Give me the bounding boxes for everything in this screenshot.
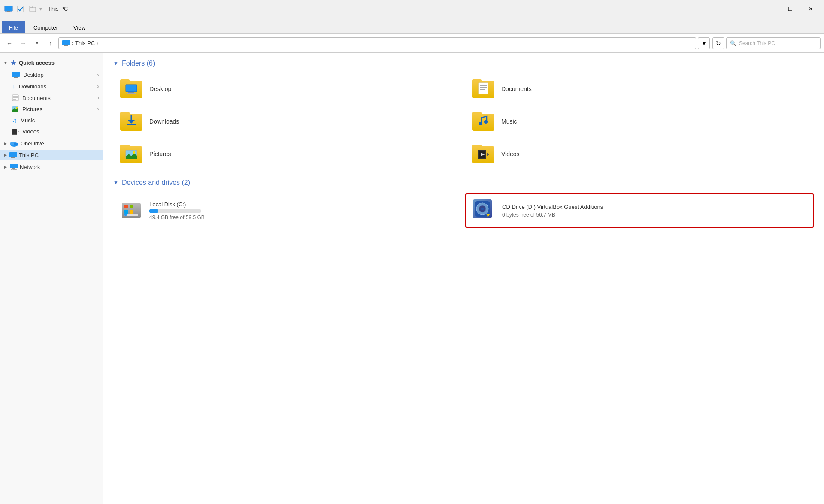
cd-drive-icon: ★ — [473, 199, 495, 222]
ribbon: File Computer View — [0, 18, 824, 34]
sidebar-music-label: Music — [20, 117, 35, 124]
network-section: ► Network — [0, 162, 103, 172]
quick-access-header[interactable]: ▼ ★ Quick access — [0, 56, 103, 69]
folder-desktop-icon — [120, 79, 142, 98]
local-disk-bar — [149, 209, 201, 213]
thispc-label: This PC — [19, 152, 39, 158]
new-folder-icon — [27, 4, 38, 14]
svg-rect-2 — [6, 12, 11, 12]
sidebar-videos-label: Videos — [22, 128, 39, 135]
devices-grid: Local Disk (C:) 49.4 GB free of 59.5 GB — [113, 193, 814, 228]
folder-item-documents[interactable]: Documents — [465, 74, 814, 103]
desktop-icon — [12, 72, 20, 78]
folders-section-header[interactable]: ▼ Folders (6) — [113, 60, 814, 67]
svg-marker-21 — [18, 130, 19, 133]
folder-desktop-label: Desktop — [149, 85, 171, 92]
onedrive-icon — [9, 141, 19, 147]
address-dropdown-button[interactable]: ▾ — [698, 37, 710, 49]
devices-section-header[interactable]: ▼ Devices and drives (2) — [113, 179, 814, 187]
recent-button[interactable]: ▾ — [31, 37, 43, 49]
folder-item-downloads[interactable]: Downloads — [113, 107, 462, 136]
thispc-icon — [9, 152, 17, 158]
pin-icon-desktop: ○ — [96, 72, 99, 78]
onedrive-section: ► OneDrive — [0, 139, 103, 148]
svg-rect-36 — [127, 93, 136, 94]
folder-documents-label: Documents — [501, 85, 532, 92]
folders-chevron-icon: ▼ — [113, 60, 118, 66]
sidebar-item-videos[interactable]: Videos — [0, 126, 103, 137]
folder-videos-label: Videos — [501, 151, 520, 157]
sidebar-item-thispc[interactable]: ► This PC — [0, 150, 103, 160]
svg-point-46 — [484, 120, 488, 124]
local-disk-space: 49.4 GB free of 59.5 GB — [149, 214, 205, 220]
folder-item-videos[interactable]: Videos — [465, 139, 814, 169]
svg-rect-25 — [9, 152, 17, 157]
svg-rect-8 — [63, 46, 69, 46]
sidebar-item-music[interactable]: ♫ Music — [0, 115, 103, 126]
folders-grid: Desktop — [113, 74, 814, 169]
svg-rect-9 — [12, 72, 20, 77]
address-refresh-button[interactable]: ↻ — [712, 37, 724, 49]
sidebar-item-onedrive[interactable]: ► OneDrive — [0, 139, 103, 148]
ribbon-tabs: File Computer View — [0, 18, 824, 33]
sidebar-item-pictures[interactable]: Pictures ○ — [0, 103, 103, 115]
folder-item-desktop[interactable]: Desktop — [113, 74, 462, 103]
search-box[interactable]: 🔍 Search This PC — [726, 37, 821, 49]
svg-rect-34 — [126, 85, 137, 92]
sidebar-desktop-label: Desktop — [23, 72, 44, 78]
search-placeholder: Search This PC — [739, 40, 775, 46]
window-title: This PC — [48, 6, 68, 12]
pin-icon-documents: ○ — [96, 95, 99, 100]
svg-point-49 — [133, 151, 135, 154]
content-area: ▼ Folders (6) Desktop — [103, 53, 824, 504]
onedrive-chevron: ► — [3, 141, 8, 146]
pictures-sidebar-icon — [12, 106, 19, 112]
folder-videos-icon — [472, 145, 494, 163]
pin-icon-pictures: ○ — [96, 106, 99, 112]
folder-downloads-label: Downloads — [149, 118, 179, 125]
device-item-local-disk[interactable]: Local Disk (C:) 49.4 GB free of 59.5 GB — [113, 193, 462, 228]
svg-rect-11 — [13, 78, 19, 78]
back-button[interactable]: ← — [3, 37, 15, 49]
svg-rect-27 — [10, 158, 16, 158]
tab-file[interactable]: File — [2, 21, 25, 33]
folder-pictures-label: Pictures — [149, 151, 171, 157]
quick-access-star-icon: ★ — [10, 59, 16, 67]
quick-access-chevron: ▼ — [3, 60, 8, 65]
search-icon: 🔍 — [730, 40, 736, 46]
tab-view[interactable]: View — [66, 21, 93, 33]
sidebar-item-documents[interactable]: Documents ○ — [0, 92, 103, 103]
minimize-button[interactable]: — — [760, 3, 779, 15]
folder-item-pictures[interactable]: Pictures — [113, 139, 462, 169]
tab-computer[interactable]: Computer — [26, 21, 65, 33]
svg-rect-35 — [128, 92, 134, 93]
title-bar: ▾ This PC — ☐ ✕ — [0, 0, 824, 18]
sidebar-downloads-label: Downloads — [19, 83, 46, 90]
music-sidebar-icon: ♫ — [12, 117, 17, 124]
maximize-button[interactable]: ☐ — [780, 3, 800, 15]
address-input[interactable]: › This PC › — [58, 37, 696, 49]
quick-access-section: ▼ ★ Quick access Desktop ○ ↓ Downloads ○ — [0, 56, 103, 137]
address-path: This PC — [75, 40, 95, 46]
device-item-cd-drive[interactable]: ★ CD Drive (D:) VirtualBox Guest Additio… — [465, 193, 814, 228]
svg-rect-1 — [7, 11, 10, 12]
folder-item-music[interactable]: Music — [465, 107, 814, 136]
svg-point-45 — [479, 122, 482, 125]
pin-icon: ▾ — [39, 6, 42, 12]
svg-marker-51 — [487, 153, 489, 156]
network-icon — [9, 163, 18, 170]
monitor-icon — [3, 4, 14, 14]
forward-button[interactable]: → — [17, 37, 29, 49]
sidebar-item-desktop[interactable]: Desktop ○ — [0, 69, 103, 80]
cd-drive-info: CD Drive (D:) VirtualBox Guest Additions… — [502, 204, 603, 218]
sidebar-pictures-label: Pictures — [22, 106, 42, 112]
close-button[interactable]: ✕ — [801, 3, 821, 15]
up-button[interactable]: ↑ — [45, 37, 57, 49]
folder-music-label: Music — [501, 118, 517, 125]
local-disk-name: Local Disk (C:) — [149, 201, 205, 208]
folder-documents-icon — [472, 79, 494, 98]
sidebar-item-downloads[interactable]: ↓ Downloads ○ — [0, 80, 103, 92]
cd-drive-space: 0 bytes free of 56.7 MB — [502, 212, 603, 218]
sidebar-item-network[interactable]: ► Network — [0, 162, 103, 172]
onedrive-label: OneDrive — [21, 140, 44, 147]
